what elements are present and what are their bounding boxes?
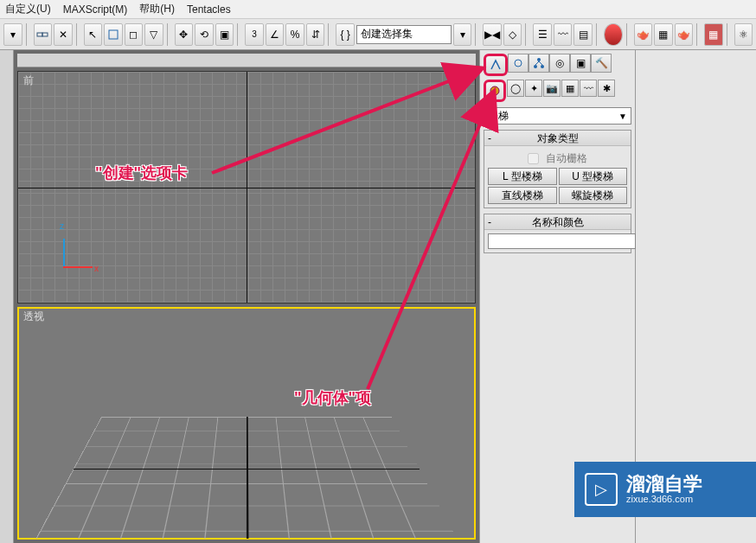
toolbar-render-icon[interactable]: 🫖 <box>675 23 694 46</box>
tab-hierarchy[interactable] <box>529 54 549 73</box>
toolbar-select-icon[interactable]: ↖ <box>84 23 103 46</box>
subtab-shapes[interactable]: ◯ <box>507 80 524 97</box>
rollout-header-objtype[interactable]: - 对象类型 <box>484 131 631 146</box>
toolbar-mirror-icon[interactable]: ▶◀ <box>483 23 502 46</box>
toolbar-unlink-icon[interactable]: ✕ <box>54 23 73 46</box>
toolbar-select-region-icon[interactable]: ◻ <box>125 23 144 46</box>
toolbar-snap-icon[interactable]: 3 <box>245 23 264 46</box>
tab-modify[interactable] <box>508 54 529 73</box>
watermark: ▷ 溜溜自学 zixue.3d66.com <box>574 462 756 517</box>
category-selected: 楼梯 <box>488 109 509 124</box>
menu-bar: 自定义(U) MAXScript(M) 帮助(H) Tentacles <box>0 0 756 19</box>
autogrid-row: 自动栅格 <box>488 150 627 168</box>
menu-maxscript[interactable]: MAXScript(M) <box>63 3 128 16</box>
autogrid-checkbox <box>528 153 539 164</box>
toolbar-angle-snap-icon[interactable]: ∠ <box>266 23 285 46</box>
toolbar-curve-editor-icon[interactable]: 〰 <box>554 23 573 46</box>
tab-utilities[interactable]: 🔨 <box>591 54 612 73</box>
viewport-front-label: 前 <box>23 73 34 88</box>
toolbar-named-sets-icon[interactable]: { } <box>336 23 355 46</box>
viewport-perspective[interactable]: 透视 <box>17 307 476 540</box>
watermark-play-icon: ▷ <box>585 473 618 506</box>
svg-rect-2 <box>109 30 118 39</box>
create-subtabs: ◯ ✦ 📷 ▦ 〰 ✱ <box>484 80 631 102</box>
svg-point-4 <box>534 65 537 68</box>
subtab-spacewarps[interactable]: 〰 <box>580 80 597 97</box>
selection-set-combo[interactable] <box>356 25 452 44</box>
toolbar-grid-icon[interactable]: ▦ <box>704 23 723 46</box>
subtab-systems[interactable]: ✱ <box>598 80 615 97</box>
toolbar-undo-dropdown-icon[interactable]: ▾ <box>3 23 22 46</box>
rollout-header-namecolor[interactable]: - 名称和颜色 <box>484 214 631 230</box>
toolbar-align-icon[interactable]: ◇ <box>503 23 522 46</box>
watermark-title: 溜溜自学 <box>626 475 702 494</box>
subtab-geometry[interactable] <box>484 80 506 102</box>
object-name-input[interactable] <box>488 233 636 249</box>
toolbar-scale-icon[interactable]: ▣ <box>215 23 234 46</box>
subtab-lights[interactable]: ✦ <box>525 80 542 97</box>
ruler-vertical <box>0 50 14 543</box>
toolbar-filter-icon[interactable]: ▽ <box>144 23 163 46</box>
toolbar-dropdown-icon[interactable]: ▾ <box>453 23 472 46</box>
svg-rect-1 <box>42 33 48 36</box>
viewport-area: 前 z x 透视 <box>14 50 479 543</box>
toolbar-render-setup-icon[interactable]: 🫖 <box>634 23 653 46</box>
toolbar-move-icon[interactable]: ✥ <box>175 23 194 46</box>
watermark-subtitle: zixue.3d66.com <box>626 494 702 504</box>
rollout-name-color: - 名称和颜色 <box>484 214 631 253</box>
tab-motion[interactable]: ◎ <box>549 54 570 73</box>
toolbar-material-icon[interactable] <box>604 23 623 46</box>
menu-tentacles[interactable]: Tentacles <box>187 3 231 16</box>
axis-gizmo: z x <box>53 225 105 277</box>
svg-rect-0 <box>37 33 42 36</box>
btn-u-stair[interactable]: U 型楼梯 <box>559 168 628 185</box>
rollout-object-type: - 对象类型 自动栅格 L 型楼梯 U 型楼梯 直线楼梯 螺旋楼梯 <box>484 130 631 208</box>
svg-point-5 <box>541 65 544 68</box>
perspective-grid <box>33 417 461 539</box>
viewport-front[interactable]: 前 z x <box>17 71 476 303</box>
toolbar-schematic-icon[interactable]: ▤ <box>573 23 593 46</box>
toolbar-select-name-icon[interactable] <box>104 23 123 46</box>
toolbar-layers-icon[interactable]: ☰ <box>533 23 552 46</box>
subtab-helpers[interactable]: ▦ <box>561 80 579 97</box>
command-tabs: ◎ ▣ 🔨 <box>484 54 631 76</box>
collapse-icon: - <box>488 214 491 230</box>
tab-display[interactable]: ▣ <box>570 54 591 73</box>
toolbar-rotate-icon[interactable]: ⟲ <box>195 23 214 46</box>
category-dropdown[interactable]: 楼梯 ▼ <box>484 107 631 125</box>
toolbar-reactor-icon[interactable]: ⚛ <box>734 23 753 46</box>
btn-l-stair[interactable]: L 型楼梯 <box>488 168 557 185</box>
toolbar-render-frame-icon[interactable]: ▦ <box>654 23 673 46</box>
tab-create[interactable] <box>484 54 508 76</box>
collapse-icon: - <box>488 131 491 146</box>
toolbar-percent-snap-icon[interactable]: % <box>285 23 304 46</box>
toolbar-spinner-snap-icon[interactable]: ⇵ <box>306 23 325 46</box>
ruler-horizontal <box>17 54 476 67</box>
btn-straight-stair[interactable]: 直线楼梯 <box>488 187 557 204</box>
svg-point-3 <box>537 58 541 61</box>
main-toolbar: ▾ ✕ ↖ ◻ ▽ ✥ ⟲ ▣ 3 ∠ % ⇵ { } ▾ ▶◀ ◇ ☰ 〰 ▤… <box>0 19 756 50</box>
svg-point-6 <box>490 86 499 95</box>
dropdown-arrow-icon: ▼ <box>618 112 627 121</box>
menu-help[interactable]: 帮助(H) <box>139 2 175 16</box>
menu-customize[interactable]: 自定义(U) <box>5 2 51 16</box>
toolbar-link-icon[interactable] <box>34 23 53 46</box>
subtab-cameras[interactable]: 📷 <box>543 80 561 97</box>
btn-spiral-stair[interactable]: 螺旋楼梯 <box>559 187 628 204</box>
